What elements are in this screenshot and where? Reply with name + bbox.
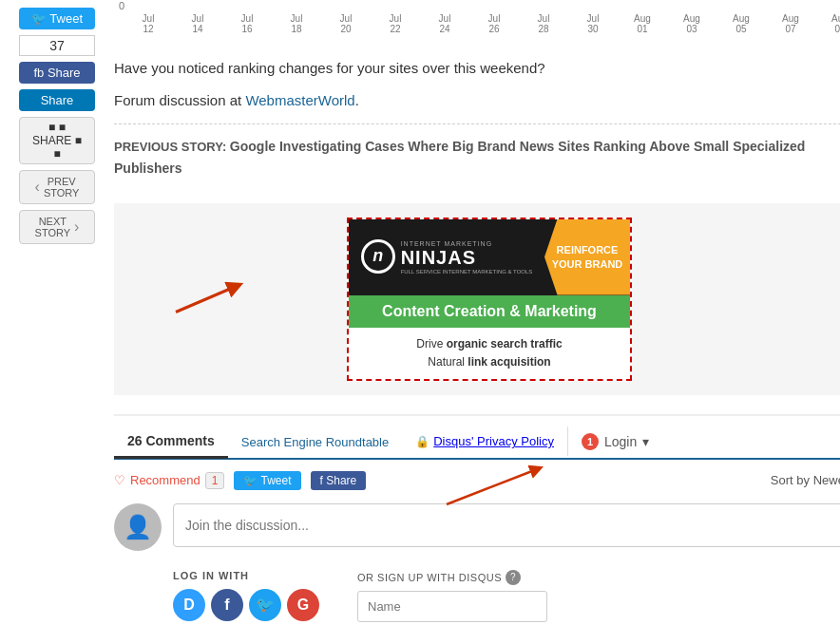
chart-area: 0 Jul12 Jul14 Jul16 Jul18 Jul20 Jul22 Ju… <box>114 0 840 47</box>
svg-line-1 <box>176 286 236 312</box>
ad-sub-text: FULL SERVICE INTERNET MARKETING & TOOLS <box>401 269 533 275</box>
heart-icon: ♡ <box>114 473 125 487</box>
multi-share-button[interactable]: ■ ■ SHARE ■ ■ <box>19 117 95 164</box>
ad-container: n INTERNET MARKETING NINJAS FULL SERVICE… <box>114 203 840 395</box>
recommend-label: Recommend <box>130 473 200 487</box>
info-icon[interactable]: ? <box>506 570 521 585</box>
li-share-button[interactable]: Share <box>19 89 95 111</box>
lock-icon: 🔒 <box>415 435 430 448</box>
ad-middle-text: Content Creation & Marketing <box>360 303 619 320</box>
tab-login[interactable]: 1 Login ▾ <box>568 426 662 458</box>
tab-privacy[interactable]: 🔒 Disqus' Privacy Policy <box>402 426 568 456</box>
tab-count-label: 26 Comments <box>127 433 215 448</box>
next-story-button[interactable]: NEXTSTORY <box>19 210 95 244</box>
login-with-label: LOG IN WITH <box>173 570 319 581</box>
chart-label: Aug03 <box>667 13 716 34</box>
multi-share-label: ■ ■ SHARE ■ ■ <box>32 121 82 161</box>
arrow-indicator <box>171 278 247 319</box>
ad-top: n INTERNET MARKETING NINJAS FULL SERVICE… <box>349 219 630 295</box>
forum-punctuation: . <box>355 92 359 108</box>
article-body-text: Have you noticed ranking changes for you… <box>114 60 545 76</box>
next-arrow-icon <box>74 218 79 236</box>
or-signup-text: OR SIGN UP WITH DISQUS <box>357 572 502 583</box>
forum-text: Forum discussion at <box>114 92 241 108</box>
ad-reinforce-text: REINFORCE YOUR BRAND <box>550 243 624 271</box>
ad-logo-text: INTERNET MARKETING <box>401 240 533 247</box>
chart-label: Jul30 <box>568 13 618 34</box>
chart-label: Jul16 <box>222 13 272 34</box>
tweet-small-icon: 🐦 <box>243 474 260 487</box>
forum-discussion: Forum discussion at WebmasterWorld. <box>114 89 840 112</box>
ad-banner[interactable]: n INTERNET MARKETING NINJAS FULL SERVICE… <box>347 218 632 381</box>
prev-label: PREVSTORY <box>44 176 80 199</box>
facebook-login-button[interactable]: f <box>211 589 243 621</box>
section-divider <box>114 123 840 124</box>
main-content: 0 Jul12 Jul14 Jul16 Jul18 Jul20 Jul22 Ju… <box>114 0 840 622</box>
fb-share-button[interactable]: fb Share <box>19 62 95 84</box>
tab-privacy-label: Disqus' Privacy Policy <box>433 434 554 448</box>
chart-label: Aug07 <box>766 13 815 34</box>
ad-reinforce: REINFORCE YOUR BRAND <box>544 219 630 295</box>
chart-label: Aug09 <box>815 13 840 34</box>
fbshare-small-button[interactable]: f Share <box>311 471 367 490</box>
name-input[interactable] <box>357 591 547 622</box>
tweet-small-button[interactable]: 🐦 Tweet <box>234 471 300 490</box>
login-label: Login <box>604 434 637 449</box>
chart-labels: Jul12 Jul14 Jul16 Jul18 Jul20 Jul22 Jul2… <box>114 13 840 34</box>
avatar: 👤 <box>114 503 162 551</box>
fbshare-small-label: Share <box>326 474 356 487</box>
sidebar: Tweet 37 fb Share Share ■ ■ SHARE ■ ■ PR… <box>0 0 114 622</box>
chart-label: Aug05 <box>716 13 766 34</box>
prev-story-section: PREVIOUS STORY: Google Investigating Cas… <box>114 136 840 180</box>
google-login-button[interactable]: G <box>287 589 319 621</box>
ad-brand-name: NINJAS <box>401 247 533 269</box>
disqus-login-button[interactable]: D <box>173 589 205 621</box>
ad-middle: Content Creation & Marketing <box>349 295 630 328</box>
ad-bottom-bold1: organic search traffic <box>447 337 563 350</box>
article-section: Have you noticed ranking changes for you… <box>114 47 840 203</box>
chart-label: Jul22 <box>371 13 420 34</box>
svg-line-3 <box>447 469 537 504</box>
chart-label: Jul14 <box>173 13 222 34</box>
tweet-count: 37 <box>19 35 95 56</box>
ad-bottom: Drive organic search traffic Natural lin… <box>349 328 630 379</box>
article-body: Have you noticed ranking changes for you… <box>114 57 840 80</box>
comments-section: 26 Comments Search Engine Roundtable 🔒 D… <box>114 414 840 622</box>
ad-logo: n INTERNET MARKETING NINJAS FULL SERVICE… <box>349 219 544 295</box>
arrow-indicator-2 <box>437 462 551 512</box>
tweet-small-label: Tweet <box>261 474 292 487</box>
twitter-login-button[interactable]: 🐦 <box>249 589 281 621</box>
prev-story-label: PREVIOUS STORY: <box>114 140 226 154</box>
chart-label: Jul20 <box>321 13 371 34</box>
sort-by-label: Sort by Newest <box>771 473 840 487</box>
prev-arrow-icon <box>35 179 40 196</box>
chart-label: Aug01 <box>618 13 667 34</box>
forum-link-text: WebmasterWorld <box>245 92 354 108</box>
tab-ser[interactable]: Search Engine Roundtable <box>228 426 402 457</box>
li-share-label: Share <box>41 93 74 107</box>
or-signup: OR SIGN UP WITH DISQUS ? <box>357 570 547 622</box>
ad-bottom-line1: Drive <box>416 337 443 350</box>
tweet-button[interactable]: Tweet <box>19 8 95 29</box>
tab-privacy-link[interactable]: Disqus' Privacy Policy <box>433 434 554 448</box>
chart-label: Jul24 <box>420 13 469 34</box>
chart-label: Jul28 <box>519 13 568 34</box>
comments-tabs: 26 Comments Search Engine Roundtable 🔒 D… <box>114 426 840 460</box>
comments-actions: ♡ Recommend 1 🐦 Tweet f Share <box>114 471 840 490</box>
chart-zero-label: 0 <box>114 0 840 13</box>
forum-link[interactable]: WebmasterWorld <box>245 92 354 108</box>
ad-logo-circle: n <box>361 239 395 274</box>
fb-share-label: fb Share <box>33 66 80 80</box>
recommend-button[interactable]: ♡ Recommend 1 <box>114 472 224 489</box>
avatar-icon: 👤 <box>124 514 152 540</box>
prev-story-button[interactable]: PREVSTORY <box>19 170 95 204</box>
social-icons: D f 🐦 G <box>173 589 319 621</box>
tab-ser-link[interactable]: Search Engine Roundtable <box>241 435 389 449</box>
actions-left: ♡ Recommend 1 🐦 Tweet f Share <box>114 471 366 490</box>
tweet-label: Tweet <box>49 11 83 26</box>
recommend-count: 1 <box>205 472 225 489</box>
sort-by[interactable]: Sort by Newest ▾ <box>771 473 840 487</box>
tab-comments[interactable]: 26 Comments <box>114 426 228 459</box>
ad-bottom-bold2: link acquisition <box>468 355 550 369</box>
chart-label: Jul26 <box>469 13 519 34</box>
